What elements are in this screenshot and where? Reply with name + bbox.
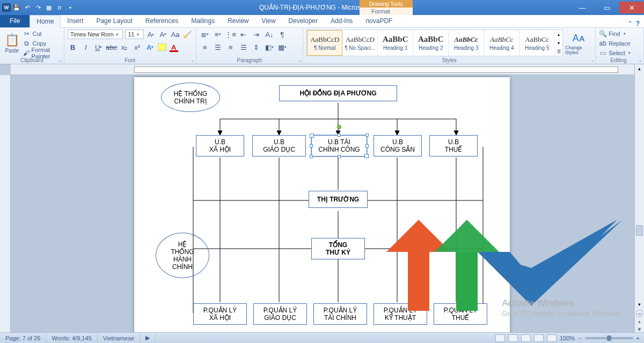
- grow-font-button[interactable]: A▴: [146, 29, 156, 40]
- view-draft[interactable]: [547, 334, 557, 342]
- italic-button[interactable]: I: [80, 42, 91, 53]
- box-local-council[interactable]: HỘI ĐỒNG ĐỊA PHƯƠNG: [279, 85, 397, 101]
- align-left-button[interactable]: ≡: [200, 42, 210, 53]
- tab-insert[interactable]: Insert: [61, 14, 90, 27]
- box-ub-taichinh-selected[interactable]: U.B TÀI CHÍNH CÔNG: [311, 135, 367, 156]
- align-center-button[interactable]: ☰: [213, 42, 223, 53]
- box-pql-thue[interactable]: P.QUẢN LÝ THUẾ: [434, 303, 487, 325]
- status-language[interactable]: Vietnamese: [98, 333, 140, 343]
- style-no-spacing[interactable]: AaBbCcD¶ No Spaci...: [342, 30, 378, 56]
- cut-button[interactable]: ✂Cut: [23, 29, 61, 38]
- text-effects-button[interactable]: A▾: [145, 42, 156, 53]
- bold-button[interactable]: B: [68, 42, 78, 53]
- box-pql-taichinh[interactable]: P.QUẢN LÝ TÀI CHÍNH: [313, 303, 367, 325]
- shading-button[interactable]: ◧▾: [264, 42, 275, 53]
- scroll-up-icon[interactable]: ▴: [635, 64, 644, 73]
- browse-object-icon[interactable]: ○: [636, 310, 643, 317]
- oval-political-system[interactable]: HỆ THỐNGCHÍNH TRỊ: [161, 83, 220, 112]
- rotate-handle[interactable]: [337, 125, 341, 129]
- box-pql-kythuat[interactable]: P.QUẢN LÝ KỸ THUẬT: [374, 303, 427, 325]
- zoom-in-button[interactable]: +: [636, 335, 640, 341]
- font-size-combo[interactable]: 11▾: [125, 29, 143, 39]
- change-case-button[interactable]: Aa: [170, 29, 180, 40]
- align-right-button[interactable]: ≡: [225, 42, 236, 53]
- box-ub-xahoi[interactable]: U.B XÃ HỘI: [196, 135, 244, 156]
- clear-formatting-button[interactable]: 🧹: [182, 29, 193, 40]
- next-page-icon[interactable]: ∓: [635, 326, 644, 332]
- contextual-tab-format[interactable]: Format: [360, 8, 413, 15]
- view-outline[interactable]: [534, 334, 544, 342]
- maximize-button[interactable]: ▭: [595, 2, 619, 13]
- increase-indent-button[interactable]: ⇥: [251, 29, 262, 40]
- zoom-level[interactable]: 100%: [560, 335, 575, 341]
- ribbon-minimize-icon[interactable]: ⌃: [627, 20, 633, 27]
- box-ub-thue[interactable]: U.B THUẾ: [429, 135, 478, 156]
- box-thitruong[interactable]: THỊ TRƯỜNG: [309, 191, 368, 208]
- status-words[interactable]: Words: 4/9,145: [46, 333, 97, 343]
- page-canvas[interactable]: HỆ THỐNGCHÍNH TRỊ HỘI ĐỒNG ĐỊA PHƯƠNG U.…: [134, 77, 510, 343]
- oval-admin-system[interactable]: HỆ THỐNG HÀNH CHÍNH: [156, 233, 209, 278]
- box-pql-giaoduc[interactable]: P.QUẢN LÝ GIÁO DỤC: [253, 303, 307, 325]
- horizontal-ruler[interactable]: [11, 64, 634, 75]
- view-full-screen[interactable]: [508, 334, 518, 342]
- highlight-button[interactable]: [158, 43, 166, 51]
- minimize-button[interactable]: —: [570, 2, 595, 13]
- scroll-down-icon[interactable]: ▾: [635, 300, 644, 309]
- style-expand[interactable]: ☰: [555, 47, 562, 56]
- tab-mailings[interactable]: Mailings: [185, 14, 221, 27]
- superscript-button[interactable]: x²: [132, 42, 143, 53]
- tab-view[interactable]: View: [255, 14, 282, 27]
- shrink-font-button[interactable]: A▾: [158, 29, 169, 40]
- box-tongthuky[interactable]: TỔNG THƯ KÝ: [311, 238, 365, 259]
- tab-page-layout[interactable]: Page Layout: [90, 14, 138, 27]
- numbering-button[interactable]: ≡▾: [213, 29, 223, 40]
- style-heading3[interactable]: AaBbCcHeading 3: [449, 30, 484, 56]
- close-button[interactable]: ✕: [619, 2, 644, 13]
- find-button[interactable]: 🔍Find▾: [599, 29, 640, 38]
- style-heading1[interactable]: AaBbCHeading 1: [378, 30, 413, 56]
- prev-page-icon[interactable]: ±: [635, 318, 644, 325]
- paste-button[interactable]: 📋 Paste: [3, 29, 21, 57]
- zoom-out-button[interactable]: −: [578, 335, 581, 341]
- view-web-layout[interactable]: [521, 334, 531, 342]
- replace-button[interactable]: abReplace: [599, 39, 640, 48]
- help-icon[interactable]: ?: [636, 20, 640, 27]
- qat-save-icon[interactable]: 💾: [12, 3, 21, 12]
- tab-novapdf[interactable]: novaPDF: [359, 14, 399, 27]
- tab-add-ins[interactable]: Add-Ins: [324, 14, 359, 27]
- box-pql-xahoi[interactable]: P.QUẢN LÝ XÃ HỘI: [193, 303, 247, 325]
- style-heading5[interactable]: AaBbCcHeading 5: [519, 30, 555, 56]
- change-styles-button[interactable]: Aᴀ Change Styles: [565, 29, 592, 57]
- underline-button[interactable]: U▾: [93, 42, 104, 53]
- vertical-scrollbar[interactable]: ▴ ▾ ○ ± ∓: [634, 64, 644, 332]
- tab-file[interactable]: File: [0, 14, 30, 27]
- justify-button[interactable]: ☰: [238, 42, 249, 53]
- view-print-layout[interactable]: [495, 334, 505, 342]
- box-ub-congsan[interactable]: U.B CÔNG SẢN: [374, 135, 422, 156]
- qat-pi-icon[interactable]: π: [55, 3, 64, 12]
- qat-undo-icon[interactable]: ↶: [23, 3, 32, 12]
- status-macro-icon[interactable]: ▶: [140, 333, 156, 343]
- style-scroll-down[interactable]: ▾: [555, 39, 562, 47]
- select-button[interactable]: ▭Select▾: [599, 48, 640, 57]
- multilevel-button[interactable]: ⋮≡: [225, 29, 236, 40]
- format-painter-button[interactable]: 🖌Format Painter: [23, 48, 61, 57]
- style-heading4[interactable]: AaBbCcHeading 4: [484, 30, 519, 56]
- bullets-button[interactable]: ≣▾: [200, 29, 210, 40]
- style-gallery[interactable]: AaBbCcD¶ Normal AaBbCcD¶ No Spaci... AaB…: [306, 29, 563, 56]
- font-color-button[interactable]: A: [169, 42, 179, 53]
- subscript-button[interactable]: x₂: [119, 42, 130, 53]
- style-normal[interactable]: AaBbCcD¶ Normal: [307, 30, 342, 56]
- tab-references[interactable]: References: [139, 14, 185, 27]
- scroll-thumb[interactable]: [636, 225, 643, 236]
- status-page[interactable]: Page: 7 of 26: [0, 333, 46, 343]
- font-family-combo[interactable]: Times New Rom▾: [68, 29, 123, 39]
- box-ub-giaoduc[interactable]: U.B GIÁO DỤC: [252, 135, 306, 156]
- tab-review[interactable]: Review: [221, 14, 255, 27]
- borders-button[interactable]: ▦▾: [277, 42, 288, 53]
- tab-developer[interactable]: Developer: [282, 14, 324, 27]
- strikethrough-button[interactable]: abc: [106, 42, 117, 53]
- vertical-ruler[interactable]: [0, 75, 11, 332]
- sort-button[interactable]: A↓: [264, 29, 275, 40]
- line-spacing-button[interactable]: ⇕: [251, 42, 262, 53]
